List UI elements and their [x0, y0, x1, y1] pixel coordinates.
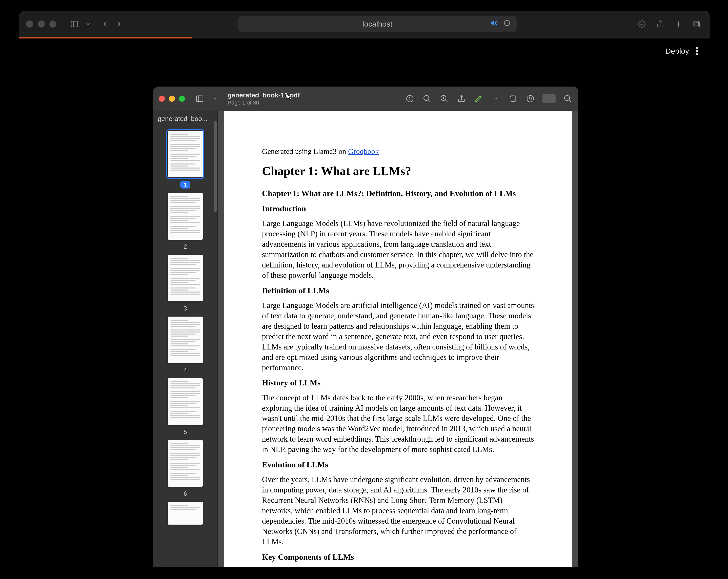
deploy-button[interactable]: Deploy — [666, 47, 689, 55]
svg-point-24 — [565, 96, 570, 101]
back-button[interactable] — [99, 18, 111, 30]
preview-sidebar-toggle-button[interactable] — [194, 94, 205, 104]
browser-titlebar: localhost — [19, 10, 709, 37]
info-button[interactable] — [405, 94, 415, 104]
sidebar-scrollbar[interactable] — [214, 121, 217, 212]
highlight-button[interactable] — [474, 94, 484, 104]
preview-window: generated_book-11.pdf Page 1 of 30 — [153, 86, 578, 568]
thumbnail-number: 6 — [183, 490, 187, 497]
thumbnail-sidebar[interactable]: generated_boo... 123456 — [153, 111, 218, 568]
preview-fullscreen-icon[interactable] — [179, 96, 185, 102]
tab-overview-button[interactable] — [691, 18, 702, 30]
page-thumbnail[interactable]: 2 — [168, 193, 203, 250]
pdf-page-1: Generated using Llama3 on Groqbook Chapt… — [224, 111, 572, 568]
history-heading: History of LLMs — [262, 377, 534, 388]
traffic-minimize-icon[interactable] — [38, 21, 45, 28]
more-menu-button[interactable] — [694, 45, 700, 57]
zoom-out-button[interactable] — [422, 94, 432, 104]
generated-line: Generated using Llama3 on Groqbook — [262, 146, 534, 156]
preview-sidebar-menu-button[interactable] — [210, 94, 220, 104]
groqbook-link[interactable]: Groqbook — [348, 147, 379, 155]
chapter-title: Chapter 1: What are LLMs? — [262, 163, 534, 179]
search-button[interactable] — [563, 94, 573, 104]
thumbnail-image — [168, 317, 203, 363]
browser-content-area: Deploy generated_book-11.p — [19, 38, 709, 568]
key-components-heading: Key Components of LLMs — [262, 552, 534, 562]
sidebar-toggle-button[interactable] — [69, 18, 80, 30]
page-thumbnail[interactable]: 4 — [168, 317, 203, 374]
thumbnail-number: 2 — [183, 243, 187, 250]
svg-rect-9 — [197, 96, 203, 102]
document-viewport[interactable]: Generated using Llama3 on Groqbook Chapt… — [218, 111, 578, 568]
address-text: localhost — [363, 20, 392, 28]
svg-rect-22 — [511, 96, 515, 102]
traffic-fullscreen-icon[interactable] — [49, 21, 56, 28]
markup-button[interactable] — [525, 94, 536, 104]
generated-prefix: Generated using Llama3 on — [262, 147, 348, 155]
thumbnail-image — [168, 440, 203, 486]
forward-button[interactable] — [113, 18, 125, 30]
downloads-button[interactable] — [636, 18, 648, 30]
preview-file-title: generated_book-11.pdf — [228, 91, 300, 100]
page-thumbnail[interactable]: 5 — [168, 378, 203, 436]
chapter-subheading: Chapter 1: What are LLMs?: Definition, H… — [262, 188, 534, 199]
address-bar[interactable]: localhost — [238, 16, 517, 32]
deploy-controls: Deploy — [666, 45, 700, 57]
svg-rect-8 — [694, 21, 698, 26]
page-thumbnail[interactable] — [168, 502, 203, 525]
definition-heading: Definition of LLMs — [262, 285, 534, 296]
svg-rect-7 — [695, 22, 699, 27]
crop-button[interactable] — [543, 94, 555, 103]
new-tab-button[interactable] — [673, 18, 684, 30]
thumbnail-image — [168, 502, 203, 525]
thumbnail-image — [168, 255, 203, 301]
evolution-heading: Evolution of LLMs — [262, 459, 534, 470]
thumbnail-image — [168, 378, 203, 425]
definition-paragraph: Large Language Models are artificial int… — [262, 300, 534, 373]
share-button[interactable] — [654, 18, 666, 30]
sidebar-chevron-down-icon[interactable] — [85, 18, 92, 30]
preview-share-button[interactable] — [457, 94, 467, 104]
preview-body: generated_boo... 123456 Generated using … — [153, 111, 578, 568]
thumbnail-image — [168, 131, 203, 177]
sidebar-tab-label: generated_boo... — [153, 111, 217, 126]
page-thumbnail[interactable]: 6 — [168, 440, 203, 497]
evolution-paragraph: Over the years, LLMs have undergone sign… — [262, 474, 534, 547]
browser-window: localhost Deploy — [19, 10, 709, 568]
preview-toolbar: generated_book-11.pdf Page 1 of 30 — [153, 86, 578, 111]
preview-toolbar-actions — [405, 94, 573, 104]
highlight-menu-button[interactable] — [491, 94, 501, 104]
page-thumbnail[interactable]: 3 — [168, 255, 203, 312]
history-paragraph: The concept of LLMs dates back to the ea… — [262, 393, 534, 455]
thumbnail-number: 1 — [180, 181, 190, 188]
reload-button[interactable] — [503, 20, 511, 28]
svg-rect-0 — [71, 21, 78, 27]
thumbnail-number: 4 — [183, 367, 187, 374]
svg-line-15 — [428, 100, 430, 102]
svg-line-18 — [445, 100, 447, 102]
intro-heading: Introduction — [262, 203, 534, 214]
audio-icon[interactable] — [490, 19, 497, 29]
intro-paragraph: Large Language Models (LLMs) have revolu… — [262, 218, 534, 281]
thumbnail-number: 5 — [183, 428, 187, 436]
preview-page-status: Page 1 of 30 — [228, 99, 300, 106]
preview-traffic-lights — [159, 96, 185, 102]
thumbnail-image — [168, 193, 203, 240]
svg-point-13 — [410, 97, 410, 98]
thumbnail-number: 3 — [183, 305, 187, 312]
page-thumbnail[interactable]: 1 — [168, 131, 203, 188]
browser-traffic-lights — [26, 21, 56, 28]
rotate-button[interactable] — [508, 94, 518, 104]
traffic-close-icon[interactable] — [26, 21, 33, 28]
zoom-in-button[interactable] — [439, 94, 449, 104]
preview-minimize-icon[interactable] — [169, 96, 175, 102]
key-components-intro: LLMs typically consist of several key co… — [262, 567, 534, 568]
svg-line-25 — [569, 100, 571, 102]
preview-title-block: generated_book-11.pdf Page 1 of 30 — [228, 91, 300, 106]
preview-close-icon[interactable] — [159, 96, 165, 102]
